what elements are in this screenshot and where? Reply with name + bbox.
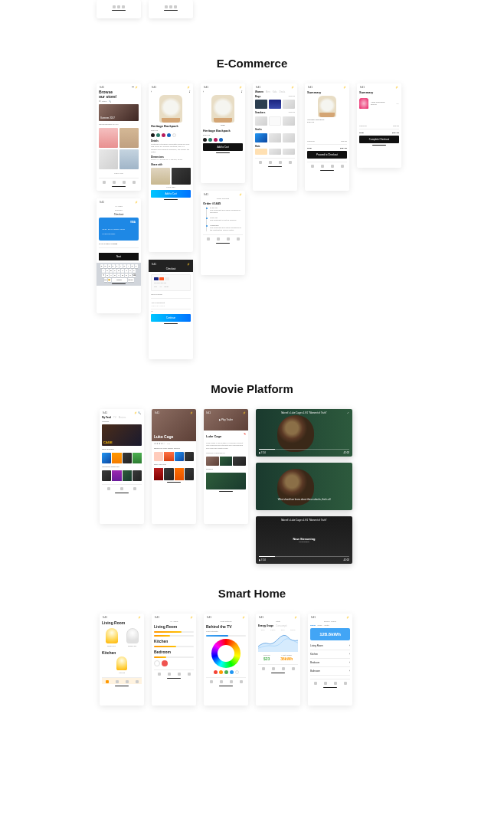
play-icon[interactable]: ▶ 7:24 (259, 451, 266, 454)
movie-tile[interactable] (102, 453, 111, 463)
product-image (211, 95, 234, 123)
energy-chart (258, 633, 298, 652)
product-tile[interactable] (119, 149, 139, 169)
movie-tile[interactable] (112, 470, 121, 481)
proceed-checkout-button[interactable]: Proceed to Checkout (307, 151, 347, 159)
usage-card: 128.6kWh (310, 628, 350, 640)
product-tile[interactable] (99, 128, 118, 148)
screen-categories: 9:41⚡ WomenMenKidsDeals BagsView all Sne… (253, 83, 297, 191)
continue-button[interactable]: Continue (151, 314, 191, 322)
product-image (159, 95, 182, 123)
screen-order-tracking: 9:41⚡ Order Tracking Order #1445 9:45 AM… (201, 191, 245, 275)
movie-tile[interactable] (185, 468, 194, 480)
complete-checkout-button[interactable]: Complete Checkout (359, 136, 399, 143)
usage-row[interactable]: Bathroom› (310, 667, 350, 676)
slider[interactable] (154, 631, 194, 633)
color-preset[interactable] (214, 670, 218, 674)
bookmark-icon[interactable]: 🔖 (244, 433, 246, 440)
product-tile[interactable] (255, 149, 267, 155)
slider[interactable] (154, 646, 194, 647)
screen-summary-1: 9:41⚡ Summary Heritage Backpack $289.00 … (305, 83, 349, 191)
product-tile[interactable] (269, 100, 281, 109)
product-tile[interactable] (269, 116, 281, 126)
movie-tile[interactable] (112, 453, 121, 463)
movie-tile[interactable] (102, 470, 111, 481)
movie-tile[interactable] (123, 470, 132, 481)
color-preset[interactable] (230, 670, 234, 674)
product-thumb (359, 98, 368, 109)
product-tile[interactable] (255, 116, 267, 126)
category-tabs[interactable]: WomenMenKidsDeals (255, 90, 295, 93)
product-tile[interactable] (283, 100, 295, 109)
usage-row[interactable]: Kitchen› (310, 650, 350, 659)
share-icon[interactable]: ⤴ (189, 90, 191, 93)
product-tile[interactable] (269, 133, 281, 142)
trailer[interactable] (206, 473, 246, 489)
screen-checkout-form: 9:41⚡ Checkout •••• •••• •••• •••• MMYYC… (149, 260, 193, 359)
video-player-1[interactable]: Marvel's Luke Cage s1 E1 "Moment of Trut… (256, 409, 352, 457)
share-icon[interactable]: ⤴ (241, 90, 243, 93)
product-tile[interactable] (255, 133, 267, 142)
slider[interactable] (154, 656, 194, 658)
color-preset[interactable] (219, 670, 223, 674)
movie-tile[interactable] (175, 452, 184, 461)
product-tile[interactable] (283, 133, 295, 142)
prev-card-1 (97, 0, 141, 18)
usage-row[interactable]: Living Room› (310, 642, 350, 650)
video-player-3[interactable]: Marvel's Luke Cage s1 E1 "Moment of Trut… (256, 516, 352, 564)
movie-tile[interactable] (185, 452, 194, 461)
color-swatches[interactable] (151, 133, 191, 137)
movie-tile[interactable] (133, 470, 142, 481)
color-ring[interactable] (211, 639, 241, 668)
product-tile[interactable] (99, 149, 118, 169)
screen-movie-feed: 9:41⚡ 🔍 My FeedTVMovies Popular CAGE New… (100, 409, 144, 524)
add-to-cart-button[interactable]: Add to Cart (203, 143, 243, 151)
bulb[interactable] (106, 628, 118, 643)
bulb[interactable] (126, 628, 139, 643)
screen-color-picker: 9:41⚡ Light Settings Behind the TV Light… (204, 614, 248, 706)
bulb[interactable] (116, 656, 127, 670)
play-icon[interactable]: ▶ 7:24 (259, 558, 266, 561)
section-ecommerce: E-Commerce (0, 57, 504, 70)
usage-row[interactable]: Bedroom› (310, 659, 350, 667)
featured-poster[interactable]: CAGE (102, 424, 142, 446)
product-name: Heritage Backpack (151, 124, 191, 128)
related-product[interactable] (172, 168, 191, 185)
back-icon[interactable]: ‹ (151, 90, 152, 93)
bulb-toggle[interactable] (154, 660, 160, 666)
screen-checkout: 9:41⚡ My Feed Summary Checkout VISA 4931… (97, 198, 141, 313)
movie-tile[interactable] (154, 468, 163, 480)
product-tile[interactable] (283, 149, 295, 155)
movie-tile[interactable] (154, 452, 163, 461)
brightness-slider[interactable] (206, 635, 246, 637)
tabbar[interactable] (99, 178, 139, 185)
movie-tile[interactable] (133, 453, 142, 463)
color-preset[interactable] (224, 670, 228, 674)
movie-tile[interactable] (123, 453, 132, 463)
episode-tile[interactable] (220, 457, 233, 466)
back-icon[interactable]: ‹ (203, 90, 204, 93)
episode-tile[interactable] (233, 457, 246, 466)
movie-tile[interactable] (164, 452, 173, 461)
expand-icon[interactable]: ⤢ (347, 411, 349, 414)
qty-stepper[interactable]: - 1 + (395, 103, 399, 105)
video-player-2[interactable]: What should we know about these attacks,… (256, 463, 352, 510)
section-movie: Movie Platform (0, 382, 504, 395)
slider[interactable] (154, 635, 194, 637)
product-tile[interactable] (269, 149, 281, 155)
episode-tile[interactable] (206, 457, 219, 466)
screen-episodes: 9:41⚡ ▶ Play Trailer Luke Cage🔖 Luke Cag… (204, 409, 248, 524)
color-preset[interactable] (235, 670, 239, 674)
related-product[interactable] (151, 168, 170, 185)
movie-tile[interactable] (164, 468, 173, 480)
product-tile[interactable] (283, 116, 295, 126)
movie-tile[interactable] (175, 468, 184, 480)
keyboard[interactable]: QWERTYUIOP ASDFGHJKL ⇧ZXCVBNM⌫ 123😊space… (97, 263, 141, 286)
hero-banner[interactable]: Summer 2017 (99, 104, 139, 121)
screen-usage-list: 9:41⚡ Energy Usage Today Week Month 128.… (308, 614, 352, 706)
product-tile[interactable] (119, 128, 139, 148)
bulb-toggle[interactable] (162, 660, 168, 666)
credit-card[interactable]: VISA 4931 1244 5678 9123 VALID THRU 09/2… (99, 218, 139, 241)
add-to-cart-button[interactable]: Add to Cart (151, 190, 191, 198)
product-tile[interactable] (255, 100, 267, 109)
